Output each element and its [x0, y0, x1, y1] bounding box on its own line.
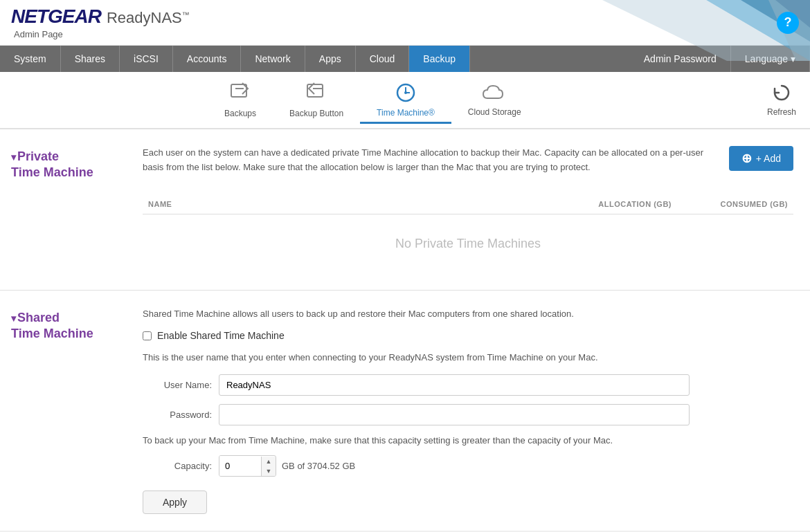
- connect-text: This is the user name that you enter whe…: [143, 351, 793, 365]
- netgear-text: NETGEAR: [11, 6, 101, 28]
- subnav: Backups Backup Button Time Machine® Clou…: [0, 72, 810, 129]
- navbar: System Shares iSCSI Accounts Network App…: [0, 46, 810, 72]
- password-row: Password:: [143, 404, 793, 425]
- nav-admin-password[interactable]: Admin Password: [630, 46, 731, 72]
- nav-backup[interactable]: Backup: [409, 46, 470, 72]
- subnav-time-machine[interactable]: Time Machine®: [360, 78, 451, 124]
- capacity-input[interactable]: [219, 456, 261, 476]
- svg-rect-5: [231, 84, 246, 97]
- capacity-note: To back up your Mac from Time Machine, m…: [143, 434, 793, 448]
- shared-section: ▾SharedTime Machine Shared Time Machine …: [0, 291, 810, 531]
- nav-spacer: [470, 46, 630, 72]
- time-machine-icon: [395, 82, 416, 105]
- shared-arrow: ▾: [11, 313, 16, 324]
- table-header: NAME ALLOCATION (GB) CONSUMED (GB): [143, 194, 793, 214]
- header: NETGEAR ReadyNAS™ Admin Page ?: [0, 0, 810, 46]
- nav-apps[interactable]: Apps: [305, 46, 356, 72]
- capacity-arrows: ▲ ▼: [261, 457, 276, 476]
- capacity-unit: GB of 3704.52 GB: [282, 461, 355, 471]
- private-arrow: ▾: [11, 152, 16, 163]
- enable-label[interactable]: Enable Shared Time Machine: [157, 330, 285, 341]
- capacity-stepper[interactable]: ▲ ▼: [219, 455, 276, 477]
- subnav-backup-button[interactable]: Backup Button: [273, 77, 360, 122]
- subnav-backups[interactable]: Backups: [208, 77, 273, 122]
- shared-body: Shared Time Machine allows all users to …: [143, 307, 793, 515]
- refresh-label: Refresh: [767, 107, 796, 117]
- password-input[interactable]: [219, 404, 690, 425]
- col-allocation-header: ALLOCATION (GB): [572, 200, 683, 208]
- svg-marker-1: [741, 0, 810, 42]
- private-empty: No Private Time Machines: [143, 214, 793, 273]
- nav-network[interactable]: Network: [241, 46, 305, 72]
- subnav-cloud-storage[interactable]: Cloud Storage: [451, 79, 538, 121]
- backups-icon: [230, 82, 251, 106]
- content: ▾PrivateTime Machine Each user on the sy…: [0, 129, 810, 531]
- password-label: Password:: [143, 410, 219, 420]
- admin-page-label: Admin Page: [11, 29, 190, 39]
- add-icon: ⊕: [741, 151, 752, 166]
- add-label: + Add: [756, 153, 781, 164]
- svg-rect-7: [307, 84, 323, 97]
- nav-iscsi[interactable]: iSCSI: [120, 46, 173, 72]
- capacity-row: Capacity: ▲ ▼ GB of 3704.52 GB: [143, 455, 793, 477]
- nav-right: Admin Password Language ▾: [630, 46, 810, 72]
- nav-cloud[interactable]: Cloud: [356, 46, 410, 72]
- col-consumed-header: CONSUMED (GB): [683, 200, 793, 208]
- private-section: ▾PrivateTime Machine Each user on the sy…: [0, 129, 810, 291]
- netgear-logo: NETGEAR ReadyNAS™: [11, 6, 190, 28]
- nav-system[interactable]: System: [0, 46, 61, 72]
- add-button[interactable]: ⊕ + Add: [729, 146, 793, 171]
- private-title: ▾PrivateTime Machine: [11, 146, 143, 273]
- refresh-icon: [772, 83, 791, 104]
- header-right: ?: [777, 12, 799, 34]
- enable-checkbox[interactable]: [143, 331, 152, 340]
- shared-info: Shared Time Machine allows all users to …: [143, 307, 793, 321]
- subnav-refresh[interactable]: Refresh: [767, 83, 796, 117]
- enable-checkbox-row: Enable Shared Time Machine: [143, 330, 793, 341]
- capacity-label: Capacity:: [143, 461, 219, 471]
- backups-label: Backups: [224, 109, 256, 118]
- backup-button-label: Backup Button: [289, 109, 343, 118]
- nav-shares[interactable]: Shares: [61, 46, 120, 72]
- username-label: User Name:: [143, 380, 219, 390]
- time-machine-label: Time Machine®: [377, 108, 435, 118]
- backup-button-icon: [306, 82, 327, 106]
- private-description: Each user on the system can have a dedic…: [143, 146, 718, 175]
- logo-area: NETGEAR ReadyNAS™ Admin Page: [11, 6, 190, 39]
- shared-title-text: ▾SharedTime Machine: [11, 310, 143, 342]
- username-input[interactable]: [219, 374, 690, 396]
- nav-accounts[interactable]: Accounts: [173, 46, 242, 72]
- shared-title: ▾SharedTime Machine: [11, 307, 143, 515]
- readynas-text: ReadyNAS™: [107, 9, 190, 27]
- capacity-down[interactable]: ▼: [262, 466, 276, 476]
- cloud-storage-label: Cloud Storage: [468, 107, 521, 117]
- col-name-header: NAME: [143, 200, 572, 208]
- private-title-text: ▾PrivateTime Machine: [11, 149, 143, 181]
- nav-language[interactable]: Language ▾: [731, 46, 810, 72]
- capacity-up[interactable]: ▲: [262, 457, 276, 466]
- apply-button[interactable]: Apply: [143, 490, 207, 514]
- private-body: Each user on the system can have a dedic…: [143, 146, 793, 273]
- username-row: User Name:: [143, 374, 793, 396]
- cloud-storage-icon: [482, 83, 507, 104]
- help-button[interactable]: ?: [777, 12, 799, 34]
